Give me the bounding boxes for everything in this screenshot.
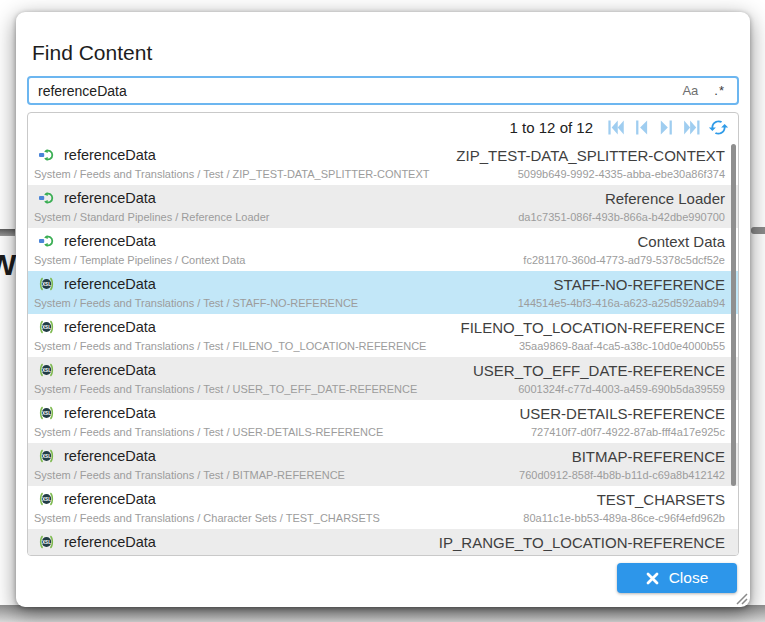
results-scrollbar[interactable] [731,144,736,486]
xsl-transform-icon: XSL [38,492,55,506]
branch-split-icon [38,191,55,205]
branch-split-icon [38,234,55,248]
result-row[interactable]: XSL referenceData ZIP_TEST-DATA_SPLITTER… [28,142,738,185]
background-partial-text: W [0,248,16,282]
result-row-main: XSL referenceData IP_RANGE_TO_LOCATION-R… [28,529,738,555]
result-name: referenceData [64,147,156,163]
result-row[interactable]: XSL referenceData USER-DETAILS-REFERENCE… [28,400,738,443]
results-list: XSL referenceData ZIP_TEST-DATA_SPLITTER… [28,142,738,556]
result-path: System / Feeds and Translations / Test /… [34,340,426,352]
result-row-main: XSL referenceData USER-DETAILS-REFERENCE [28,400,738,426]
result-title: BITMAP-REFERENCE [572,448,725,465]
search-input[interactable] [29,83,682,99]
xsl-transform-icon: XSL [38,449,55,463]
result-row-sub: System / Standard Pipelines / Reference … [28,211,738,228]
result-row-sub: System / Feeds and Translations / Test /… [28,297,738,314]
result-path: System / Template Pipelines / Context Da… [34,254,245,266]
result-path: System / Feeds and Translations / Test /… [34,297,358,309]
screen: W Find Content Aa .* 1 to 12 of 12 [0,0,765,622]
result-name: referenceData [64,319,156,335]
xsl-transform-icon: XSL [38,320,55,334]
result-title: USER_TO_EFF_DATE-REFERENCE [473,362,725,379]
refresh-icon[interactable] [707,116,730,139]
result-row-sub: System / Template Pipelines / Context Da… [28,254,738,271]
xsl-transform-icon: XSL [38,406,55,420]
result-row-main: XSL referenceData Context Data [28,228,738,254]
result-name: referenceData [64,405,156,421]
result-name: referenceData [64,534,156,550]
find-content-dialog: Find Content Aa .* 1 to 12 of 12 [16,12,750,607]
result-id: 6001324f-c77d-4003-a459-690b5da39559 [518,383,725,395]
close-button-label: Close [669,569,709,587]
xsl-transform-icon: XSL [38,363,55,377]
result-title: STAFF-NO-REFERENCE [554,276,725,293]
result-id: 144514e5-4bf3-416a-a623-a25d592aab94 [518,297,725,309]
svg-text:XSL: XSL [42,282,51,287]
result-title: IP_RANGE_TO_LOCATION-REFERENCE [439,534,725,551]
result-id: 5099b649-9992-4335-abba-ebe30a86f374 [518,168,725,180]
result-title: Reference Loader [605,190,725,207]
result-path: System / Standard Pipelines / Reference … [34,211,269,223]
result-id: da1c7351-086f-493b-866a-b42dbe990700 [518,211,725,223]
result-row-main: XSL referenceData TEST_CHARSETS [28,486,738,512]
svg-text:XSL: XSL [42,325,51,330]
background-splitter-left [0,229,15,236]
result-row[interactable]: XSL referenceData FILENO_TO_LOCATION-REF… [28,314,738,357]
background-splitter-right [751,227,765,234]
close-x-icon [646,572,659,585]
result-title: FILENO_TO_LOCATION-REFERENCE [461,319,726,336]
resize-grip-icon[interactable] [734,591,748,605]
result-path: System / Feeds and Translations / Test /… [34,469,345,481]
first-page-icon[interactable] [603,116,626,139]
pagination-label: 1 to 12 of 12 [510,119,593,136]
results-panel: 1 to 12 of 12 [27,112,739,556]
result-name: referenceData [64,491,156,507]
result-id: 760d0912-858f-4b8b-b11d-c69a8b412142 [519,469,725,481]
close-button[interactable]: Close [617,563,737,593]
result-row[interactable]: XSL referenceData TEST_CHARSETS System /… [28,486,738,529]
result-path: System / Feeds and Translations / Test /… [34,426,383,438]
result-id: 80a11c1e-bb53-489a-86ce-c96f4efd962b [523,512,725,524]
result-row-main: XSL referenceData USER_TO_EFF_DATE-REFER… [28,357,738,383]
result-name: referenceData [64,190,156,206]
result-row-main: XSL referenceData STAFF-NO-REFERENCE [28,271,738,297]
result-row[interactable]: XSL referenceData USER_TO_EFF_DATE-REFER… [28,357,738,400]
result-row[interactable]: XSL referenceData Reference Loader Syste… [28,185,738,228]
search-box: Aa .* [27,76,739,105]
next-page-icon[interactable] [655,116,678,139]
result-name: referenceData [64,448,156,464]
result-path: System / Feeds and Translations / Test /… [34,168,430,180]
last-page-icon[interactable] [681,116,704,139]
result-row[interactable]: XSL referenceData STAFF-NO-REFERENCE Sys… [28,271,738,314]
result-name: referenceData [64,276,156,292]
result-row-main: XSL referenceData Reference Loader [28,185,738,211]
dialog-title: Find Content [32,41,152,65]
previous-page-icon[interactable] [629,116,652,139]
result-row[interactable]: XSL referenceData IP_RANGE_TO_LOCATION-R… [28,529,738,556]
result-row-sub: System / Feeds and Translations / Test /… [28,426,738,443]
result-row-sub: System / Feeds and Translations / Test /… [28,340,738,357]
background-bottom-bar [0,605,765,622]
branch-split-icon [38,148,55,162]
result-id: 727410f7-d0f7-4922-87ab-fff4a17e925c [531,426,725,438]
xsl-transform-icon: XSL [38,535,55,549]
result-title: TEST_CHARSETS [597,491,725,508]
svg-text:XSL: XSL [42,411,51,416]
result-name: referenceData [64,362,156,378]
result-title: USER-DETAILS-REFERENCE [519,405,725,422]
result-row[interactable]: XSL referenceData BITMAP-REFERENCE Syste… [28,443,738,486]
result-row-main: XSL referenceData ZIP_TEST-DATA_SPLITTER… [28,142,738,168]
match-case-toggle[interactable]: Aa [682,83,698,98]
regex-toggle[interactable]: .* [714,83,725,98]
svg-text:XSL: XSL [42,540,51,545]
svg-text:XSL: XSL [42,497,51,502]
result-title: Context Data [637,233,725,250]
result-row[interactable]: XSL referenceData Context Data System / … [28,228,738,271]
result-id: fc281170-360d-4773-ad79-5378c5dcf52e [523,254,725,266]
xsl-transform-icon: XSL [38,277,55,291]
result-path: System / Feeds and Translations / Test /… [34,383,417,395]
result-id: 35aa9869-8aaf-4ca5-a38c-10d0e4000b55 [519,340,725,352]
pagination-bar: 1 to 12 of 12 [28,113,738,142]
result-row-sub: System / Feeds and Translations / Test /… [28,469,738,486]
result-title: ZIP_TEST-DATA_SPLITTER-CONTEXT [456,147,725,164]
